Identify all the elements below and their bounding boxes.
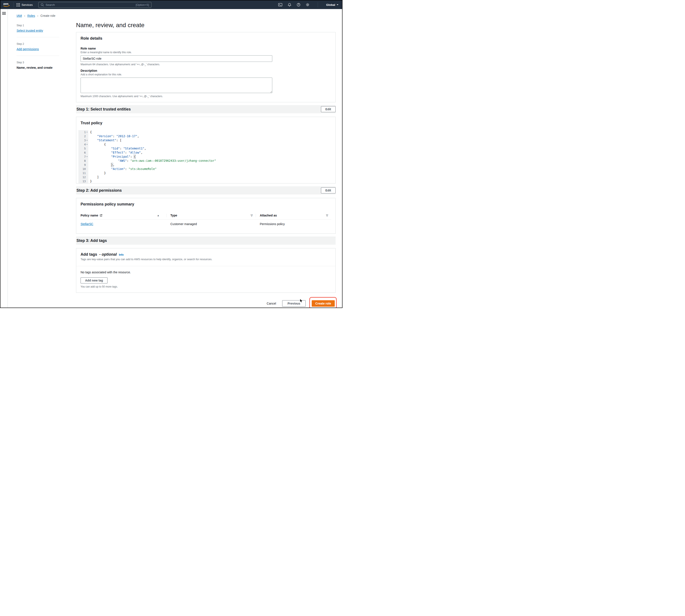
section-header-step1: Step 1: Select trusted entities Edit [76,105,336,113]
breadcrumb-current: Create role [41,14,56,18]
filter-icon[interactable]: ▽ [251,214,253,217]
role-name-input[interactable] [81,56,272,62]
section-title-step1: Step 1: Select trusted entities [76,107,131,112]
column-header-policy-name[interactable]: Policy name ▲ [81,214,166,217]
section-title-step3: Step 3: Add tags [76,238,107,243]
aws-logo[interactable]: aws [3,2,10,7]
role-details-title: Role details [81,36,331,41]
collapsed-side-panel [0,9,8,308]
search-shortcut-hint: [Option+S] [136,3,149,6]
code-line: 11 } [79,171,333,175]
fold-caret-icon[interactable]: ▾ [86,138,88,142]
global-search[interactable]: [Option+S] [38,2,151,8]
code-line: 6 "Effect": "Allow", [79,151,333,155]
role-name-label: Role name [81,47,331,50]
step-nav-item-1: Step 1 Select trusted entity [17,22,59,37]
help-icon[interactable] [296,3,301,7]
step-number-label: Step 3 [17,61,59,64]
search-icon [41,3,44,6]
create-role-button[interactable]: Create role [312,300,335,307]
top-navigation-bar: aws Services [Option+S] [0,0,342,9]
column-label: Attached as [260,214,277,217]
breadcrumb: IAM › Roles › Create role [17,14,336,18]
aws-logo-icon: aws [3,2,10,7]
add-tags-title: Add tags [81,252,97,257]
wizard-steps-nav: Step 1 Select trusted entity Step 2 Add … [17,22,59,308]
breadcrumb-link-roles[interactable]: Roles [27,14,35,18]
region-label: Global [326,3,335,6]
edit-permissions-button[interactable]: Edit [321,188,336,193]
column-label: Type [170,214,177,217]
chevron-right-icon: › [24,14,25,18]
role-name-constraint: Maximum 64 characters. Use alphanumeric … [81,63,331,66]
fold-caret-icon[interactable]: ▾ [86,130,88,134]
policy-attached-as-cell: Permissions policy [256,222,331,226]
trust-policy-card: Trust policy 1▾{2 "Version": "2012-10-17… [76,117,336,183]
services-grid-icon [17,3,20,6]
section-title-step2: Step 2: Add permissions [76,188,122,193]
notifications-bell-icon[interactable] [288,3,291,7]
code-line: 2 "Version": "2012-10-17", [79,134,333,138]
tags-limit-note: You can add up to 50 more tags. [81,285,331,288]
table-header-row: Policy name ▲ Type ▽ [81,211,331,220]
step-number-label: Step 1 [17,24,59,27]
code-line: 7▾ "Principal": { [79,155,333,159]
column-header-type[interactable]: Type ▽ [166,214,256,217]
info-link[interactable]: Info [119,253,124,256]
nav-utilities: Global [278,2,339,7]
code-line: 5 "Sid": "Statement1", [79,147,333,151]
add-new-tag-button[interactable]: Add new tag [81,278,108,283]
permissions-summary-card: Permissions policy summary Policy name [76,198,336,234]
settings-gear-icon[interactable] [306,3,310,7]
search-input[interactable] [46,3,134,6]
code-line: 13} [79,179,333,183]
step-nav-item-3-current: Step 3 Name, review, and create [17,59,59,74]
external-link-icon [100,214,102,217]
code-line: 8 "AWS": "arn:aws:iam::001872962433:user… [79,159,333,163]
cloudshell-icon[interactable] [278,3,282,7]
sort-ascending-icon[interactable]: ▲ [157,214,159,217]
code-line: 10 "Action": "sts:AssumeRole" [79,167,333,171]
mouse-cursor [300,299,303,303]
role-details-card: Role details Role name Enter a meaningfu… [76,32,336,102]
cancel-button[interactable]: Cancel [267,302,276,305]
step-link-add-permissions[interactable]: Add permissions [17,47,39,51]
code-line: 3▾ "Statement": [ [79,138,333,142]
code-line: 4▾ { [79,142,333,147]
services-menu[interactable]: Services [17,3,33,6]
policy-name-link[interactable]: StellarSC [81,222,93,226]
step-nav-item-2: Step 2 Add permissions [17,40,59,56]
add-tags-body: No tags associated with the resource. Ad… [76,266,335,292]
menu-hamburger-icon[interactable] [2,12,6,15]
permissions-table: Policy name ▲ Type ▽ [81,211,331,229]
permissions-summary-title: Permissions policy summary [81,202,331,206]
edit-trusted-entities-button[interactable]: Edit [321,106,336,112]
description-hint: Add a short explanation for this role. [81,73,331,76]
step-link-select-trusted-entity[interactable]: Select trusted entity [17,29,43,32]
add-tags-optional-label: - optional [99,252,117,257]
code-line: 12 ] [79,175,333,179]
fold-caret-icon[interactable]: ▾ [86,142,88,147]
fold-caret-icon[interactable]: ▾ [86,155,88,159]
policy-type-cell: Customer managed [166,222,256,226]
column-header-attached-as[interactable]: Attached as ▽ [256,214,331,217]
trust-policy-code[interactable]: 1▾{2 "Version": "2012-10-17",3▾ "Stateme… [79,130,333,183]
add-tags-description: Tags are key-value pairs that you can ad… [81,258,331,261]
code-line: 9 }, [79,163,333,167]
description-textarea[interactable] [81,78,272,93]
services-label: Services [22,3,33,6]
breadcrumb-link-iam[interactable]: IAM [17,14,22,18]
section-header-step3: Step 3: Add tags [76,237,336,245]
region-selector[interactable]: Global [326,3,339,6]
page-title: Name, review, and create [76,22,336,29]
description-constraint: Maximum 1000 characters. Use alphanumeri… [81,95,331,98]
step-current-label: Name, review, and create [17,66,59,69]
column-label: Policy name [81,214,98,217]
page-content: IAM › Roles › Create role Step 1 Select … [8,9,342,308]
browser-viewport: aws Services [Option+S] [0,0,342,308]
caret-down-icon [336,4,339,5]
table-row: StellarSC Customer managed Permissions p… [81,220,331,229]
description-label: Description [81,69,331,72]
section-header-step2: Step 2: Add permissions Edit [76,186,336,195]
filter-icon[interactable]: ▽ [326,214,328,217]
